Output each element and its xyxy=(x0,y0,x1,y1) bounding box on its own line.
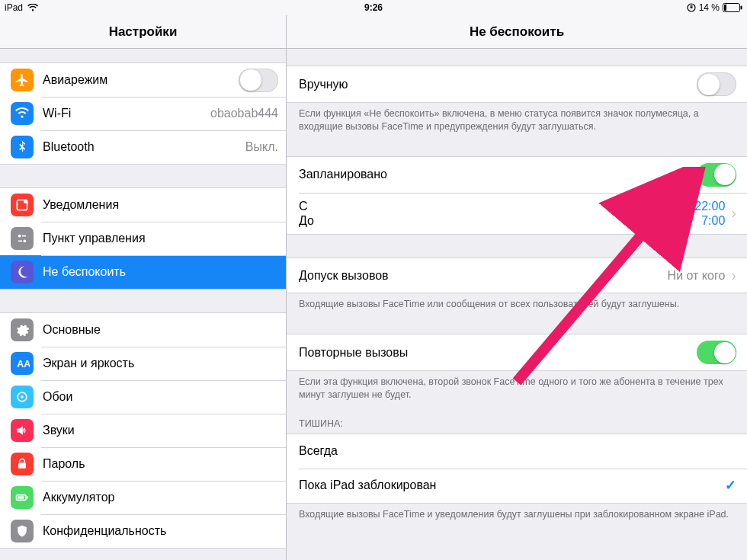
sidebar-item-privacy[interactable]: Конфиденциальность xyxy=(0,514,286,548)
repeated-switch[interactable] xyxy=(697,341,736,364)
from-time: 22:00 xyxy=(694,199,725,213)
svg-point-6 xyxy=(24,200,27,203)
chevron-right-icon: › xyxy=(731,267,736,284)
detail-title: Не беспокоить xyxy=(287,15,747,49)
svg-rect-16 xyxy=(27,496,28,498)
repeated-footer: Если эта функция включена, второй звонок… xyxy=(287,371,747,402)
from-to-row[interactable]: С До 22:00 7:00 › xyxy=(287,193,747,234)
svg-rect-3 xyxy=(741,6,742,10)
sidebar-group-main: Уведомления Пункт управления xyxy=(0,187,286,290)
bluetooth-value: Выкл. xyxy=(239,140,278,154)
repeated-label: Повторные вызовы xyxy=(299,346,408,360)
scheduled-section: Запланировано С До 22:00 7:00 xyxy=(287,156,747,235)
settings-sidebar: Настройки Авиарежим xyxy=(0,15,287,560)
notifications-label: Уведомления xyxy=(43,198,119,212)
battery-icon xyxy=(723,3,742,12)
wifi-value: obaobab444 xyxy=(204,107,278,120)
sidebar-item-wallpaper[interactable]: Обои xyxy=(0,380,286,414)
airplane-label: Авиарежим xyxy=(43,73,107,87)
sidebar-item-airplane[interactable]: Авиарежим xyxy=(0,63,286,97)
svg-point-9 xyxy=(23,239,26,242)
wallpaper-label: Обои xyxy=(43,390,72,404)
airplane-icon xyxy=(11,69,34,91)
svg-rect-17 xyxy=(18,496,24,498)
allow-calls-section: Допуск вызовов Ни от кого › xyxy=(287,258,747,293)
silence-section: Всегда Пока iPad заблокирован ✓ xyxy=(287,434,747,504)
chevron-right-icon: › xyxy=(731,204,736,222)
device-label: iPad xyxy=(5,2,23,13)
passcode-label: Пароль xyxy=(43,457,85,471)
bluetooth-icon xyxy=(11,136,34,158)
sidebar-item-wifi[interactable]: Wi-Fi obaobab444 xyxy=(0,97,286,130)
silence-header: ТИШИНА: xyxy=(287,402,747,434)
dnd-detail-pane: Не беспокоить Вручную Если функция «Не б… xyxy=(287,15,747,560)
notifications-icon xyxy=(11,194,34,216)
sidebar-item-bluetooth[interactable]: Bluetooth Выкл. xyxy=(0,130,286,164)
checkmark-icon: ✓ xyxy=(725,477,736,494)
silence-always-row[interactable]: Всегда xyxy=(287,434,747,469)
allow-calls-label: Допуск вызовов xyxy=(299,269,389,283)
from-label: С xyxy=(299,199,314,213)
silence-locked-label: Пока iPad заблокирован xyxy=(299,478,436,492)
manual-section: Вручную xyxy=(287,66,747,103)
silence-footer: Входящие вызовы FaceTime и уведомления б… xyxy=(287,504,747,521)
silence-locked-row[interactable]: Пока iPad заблокирован ✓ xyxy=(287,469,747,503)
bluetooth-label: Bluetooth xyxy=(43,140,95,154)
allow-calls-value: Ни от кого xyxy=(668,269,726,283)
control-center-label: Пункт управления xyxy=(43,232,146,245)
scheduled-row[interactable]: Запланировано xyxy=(287,157,747,193)
sidebar-item-notifications[interactable]: Уведомления xyxy=(0,188,286,222)
battery-settings-icon xyxy=(11,486,34,509)
display-label: Экран и яркость xyxy=(43,357,134,370)
privacy-label: Конфиденциальность xyxy=(43,524,166,538)
silence-always-label: Всегда xyxy=(299,444,338,458)
sidebar-group-connectivity: Авиарежим Wi-Fi obaobab444 xyxy=(0,62,286,165)
battery-text: 14 % xyxy=(699,2,720,13)
manual-switch[interactable] xyxy=(697,72,736,96)
manual-footer: Если функция «Не беспокоить» включена, в… xyxy=(287,103,747,133)
sidebar-item-general[interactable]: Основные xyxy=(0,313,286,347)
sidebar-item-display[interactable]: AA Экран и яркость xyxy=(0,347,286,380)
sounds-label: Звуки xyxy=(43,424,75,437)
to-time: 7:00 xyxy=(701,213,725,228)
gear-icon xyxy=(11,318,34,341)
sidebar-item-dnd[interactable]: Не беспокоить xyxy=(0,255,286,289)
svg-point-7 xyxy=(18,235,21,238)
wifi-settings-icon xyxy=(11,102,34,125)
to-label: До xyxy=(299,213,314,228)
lock-icon xyxy=(11,453,34,475)
sidebar-group-device: Основные AA Экран и яркость xyxy=(0,312,286,549)
sounds-icon xyxy=(11,419,34,442)
svg-rect-1 xyxy=(690,7,692,9)
svg-point-13 xyxy=(21,395,23,398)
privacy-icon xyxy=(11,520,34,542)
manual-label: Вручную xyxy=(299,78,348,91)
svg-rect-8 xyxy=(22,235,26,237)
sidebar-item-sounds[interactable]: Звуки xyxy=(0,414,286,447)
wifi-icon xyxy=(27,4,38,11)
battery-label: Аккумулятор xyxy=(43,491,114,504)
orientation-lock-icon xyxy=(687,3,696,12)
clock: 9:26 xyxy=(364,2,383,13)
scheduled-switch[interactable] xyxy=(697,163,736,187)
sidebar-item-battery[interactable]: Аккумулятор xyxy=(0,481,286,514)
repeated-section: Повторные вызовы xyxy=(287,334,747,371)
wallpaper-icon xyxy=(11,386,34,408)
svg-text:AA: AA xyxy=(17,359,30,370)
repeated-row[interactable]: Повторные вызовы xyxy=(287,334,747,370)
manual-row[interactable]: Вручную xyxy=(287,66,747,102)
sidebar-item-control-center[interactable]: Пункт управления xyxy=(0,222,286,255)
scheduled-label: Запланировано xyxy=(299,168,387,181)
display-icon: AA xyxy=(11,352,34,375)
svg-rect-14 xyxy=(18,462,26,469)
airplane-switch[interactable] xyxy=(239,69,278,92)
control-center-icon xyxy=(11,227,34,250)
allow-calls-row[interactable]: Допуск вызовов Ни от кого › xyxy=(287,258,747,293)
svg-rect-10 xyxy=(18,241,22,242)
allow-calls-footer: Входящие вызовы FaceTime или сообщения о… xyxy=(287,293,747,311)
general-label: Основные xyxy=(43,323,101,337)
moon-icon xyxy=(11,261,34,283)
svg-rect-4 xyxy=(724,5,726,11)
sidebar-title: Настройки xyxy=(0,15,286,49)
sidebar-item-passcode[interactable]: Пароль xyxy=(0,447,286,481)
